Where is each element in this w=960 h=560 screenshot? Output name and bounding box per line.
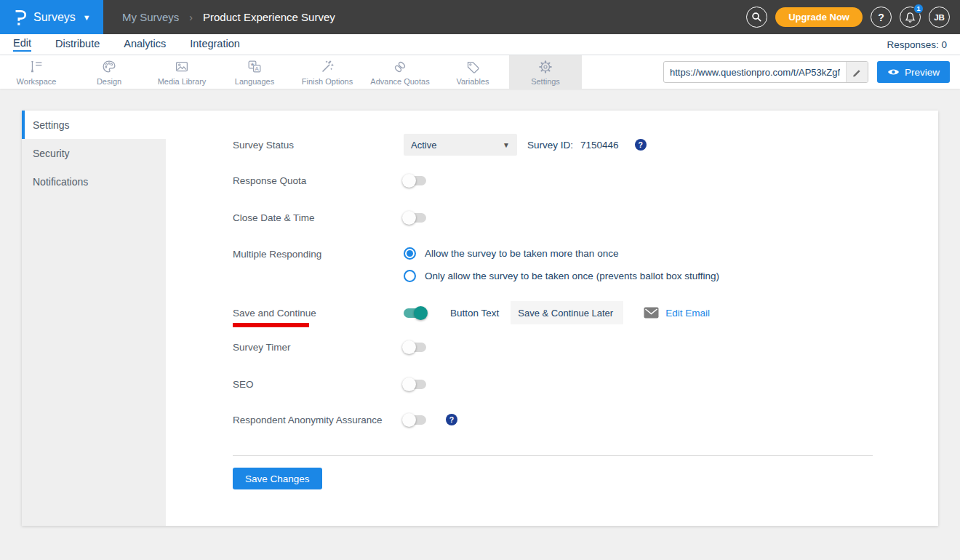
close-date-toggle[interactable] [404, 213, 426, 223]
multiple-responding-row: Multiple Responding Allow the survey to … [233, 247, 873, 282]
toolbar-item-design[interactable]: Design [73, 55, 145, 89]
save-and-continue-row: Save and Continue Button Text Edit Email [233, 301, 873, 324]
toolbar-item-settings[interactable]: Settings [509, 55, 582, 89]
survey-id-value: 7150446 [580, 140, 619, 151]
survey-url-group [663, 61, 868, 83]
response-quota-row: Response Quota [233, 173, 873, 188]
tag-icon [464, 58, 481, 76]
avatar-initials: JB [934, 13, 945, 22]
multiple-responding-label: Multiple Responding [233, 247, 404, 260]
topbar-actions: Upgrade Now ? 1 JB [746, 0, 950, 34]
toolbar-item-media-library[interactable]: Media Library [145, 55, 218, 89]
search-button[interactable] [746, 7, 767, 28]
survey-id-label: Survey ID: [527, 140, 573, 151]
chain-link-icon [391, 58, 409, 76]
close-date-row: Close Date & Time [233, 210, 873, 225]
seo-toggle[interactable] [404, 380, 426, 389]
translate-icon: ★ A [246, 58, 263, 76]
form-divider [233, 455, 873, 456]
save-and-continue-toggle[interactable] [404, 308, 426, 318]
edit-email-link[interactable]: Edit Email [644, 307, 710, 319]
settings-sidebar: Settings Security Notifications [22, 111, 166, 526]
product-switcher-label: Surveys [33, 11, 76, 24]
sidebar-item-settings[interactable]: Settings [22, 111, 166, 139]
seo-row: SEO [233, 377, 873, 391]
survey-status-label: Survey Status [233, 140, 404, 151]
toolbar-item-languages[interactable]: ★ A Languages [218, 55, 291, 89]
toolbar-item-finish-options[interactable]: Finish Options [291, 55, 364, 89]
survey-url-input[interactable] [664, 67, 846, 78]
tab-analytics[interactable]: Analytics [124, 38, 166, 51]
upgrade-now-button[interactable]: Upgrade Now [775, 7, 863, 27]
sidebar-item-security[interactable]: Security [22, 139, 166, 167]
respondent-anonymity-row: Respondent Anonymity Assurance ? [233, 412, 873, 427]
close-date-label: Close Date & Time [233, 212, 404, 223]
help-button[interactable]: ? [871, 7, 892, 28]
edit-url-button[interactable] [846, 62, 868, 82]
radio-option-multiple-allowed[interactable]: Allow the survey to be taken more than o… [404, 247, 719, 260]
breadcrumb: My Surveys › Product Experience Survey [103, 0, 335, 34]
responses-count: Responses: 0 [887, 39, 947, 50]
avatar[interactable]: JB [929, 7, 950, 28]
magic-wand-icon [319, 58, 336, 76]
gear-icon [537, 58, 554, 76]
breadcrumb-current: Product Experience Survey [203, 11, 335, 23]
survey-id-help-icon[interactable]: ? [635, 139, 647, 151]
tab-distribute[interactable]: Distribute [55, 38, 100, 51]
respondent-anonymity-toggle[interactable] [404, 415, 426, 425]
settings-form: Survey Status Active ▼ Survey ID: 715044… [166, 111, 938, 526]
chevron-down-icon: ▼ [83, 13, 91, 22]
response-quota-toggle[interactable] [404, 176, 426, 185]
survey-status-row: Survey Status Active ▼ Survey ID: 715044… [233, 134, 873, 156]
button-text-label: Button Text [450, 308, 499, 319]
save-changes-button[interactable]: Save Changes [233, 468, 322, 489]
eye-icon [887, 68, 900, 76]
survey-timer-toggle[interactable] [404, 343, 426, 352]
topbar: Surveys ▼ My Surveys › Product Experienc… [0, 0, 960, 34]
preview-button[interactable]: Preview [877, 61, 950, 83]
notifications-button[interactable]: 1 [900, 7, 921, 28]
envelope-icon [644, 307, 659, 319]
anonymity-help-icon[interactable]: ? [446, 414, 457, 425]
toolbar-item-workspace[interactable]: Workspace [0, 55, 73, 89]
sidebar-item-notifications[interactable]: Notifications [22, 167, 166, 196]
breadcrumb-separator: › [189, 12, 193, 23]
settings-card: Settings Security Notifications Survey S… [22, 111, 938, 526]
chevron-down-icon: ▼ [503, 141, 510, 149]
button-text-input[interactable] [511, 301, 623, 324]
tab-edit[interactable]: Edit [13, 37, 31, 52]
workspace-icon [28, 58, 45, 76]
response-quota-label: Response Quota [233, 175, 404, 186]
search-icon [751, 12, 762, 23]
respondent-anonymity-label: Respondent Anonymity Assurance [233, 415, 404, 425]
toolbar-right: Preview [663, 61, 950, 83]
image-icon [173, 58, 191, 76]
survey-timer-row: Survey Timer [233, 340, 873, 354]
notification-badge: 1 [913, 4, 924, 14]
breadcrumb-my-surveys[interactable]: My Surveys [122, 11, 179, 23]
toolbar-item-advance-quotas[interactable]: Advance Quotas [364, 55, 436, 89]
palette-icon [100, 58, 118, 76]
toolbar-item-variables[interactable]: Variables [436, 55, 509, 89]
radio-option-once-only[interactable]: Only allow the survey to be taken once (… [404, 270, 719, 282]
question-mark-icon: ? [878, 12, 884, 23]
pencil-icon [852, 67, 862, 77]
radio-selected-icon[interactable] [404, 247, 416, 260]
radio-unselected-icon[interactable] [404, 270, 416, 282]
multiple-responding-options: Allow the survey to be taken more than o… [404, 247, 719, 282]
save-and-continue-label: Save and Continue [233, 308, 404, 319]
edit-toolbar: Workspace Design Media Library ★ A Langu… [0, 55, 960, 89]
product-switcher[interactable]: Surveys ▼ [0, 0, 103, 34]
red-annotation-underline [233, 323, 309, 327]
svg-text:A: A [255, 65, 260, 72]
survey-timer-label: Survey Timer [233, 342, 404, 353]
survey-status-select[interactable]: Active ▼ [404, 134, 517, 156]
seo-label: SEO [233, 379, 404, 390]
questionpro-logo-icon [12, 8, 28, 27]
survey-tabbar: Edit Distribute Analytics Integration Re… [0, 34, 960, 55]
bell-icon [905, 12, 916, 23]
main-area: Settings Security Notifications Survey S… [0, 89, 960, 548]
tab-integration[interactable]: Integration [190, 38, 240, 51]
